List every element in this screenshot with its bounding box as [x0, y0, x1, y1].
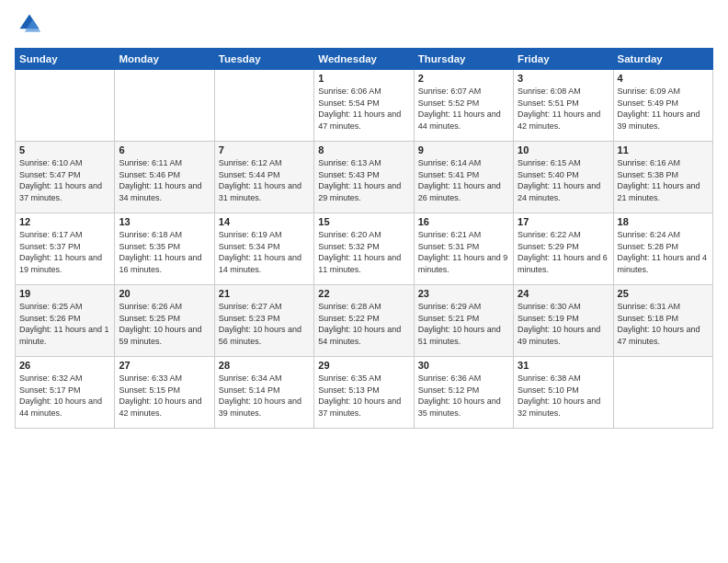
week-row-1: 1Sunrise: 6:06 AMSunset: 5:54 PMDaylight…: [16, 70, 713, 142]
calendar-cell: 12Sunrise: 6:17 AMSunset: 5:37 PMDayligh…: [16, 213, 115, 285]
calendar-cell: [613, 357, 712, 429]
calendar-cell: 15Sunrise: 6:20 AMSunset: 5:32 PMDayligh…: [314, 213, 414, 285]
day-number: 27: [119, 360, 210, 371]
calendar-cell: 16Sunrise: 6:21 AMSunset: 5:31 PMDayligh…: [414, 213, 513, 285]
calendar-cell: 6Sunrise: 6:11 AMSunset: 5:46 PMDaylight…: [115, 142, 214, 213]
day-number: 11: [618, 144, 709, 155]
calendar-cell: 7Sunrise: 6:12 AMSunset: 5:44 PMDaylight…: [214, 142, 313, 213]
day-number: 18: [618, 216, 709, 227]
calendar-cell: 11Sunrise: 6:16 AMSunset: 5:38 PMDayligh…: [613, 142, 712, 213]
day-number: 31: [518, 360, 609, 371]
calendar-cell: 14Sunrise: 6:19 AMSunset: 5:34 PMDayligh…: [214, 213, 313, 285]
day-info: Sunrise: 6:15 AMSunset: 5:40 PMDaylight:…: [518, 157, 609, 203]
day-number: 17: [518, 216, 609, 227]
calendar-cell: 30Sunrise: 6:36 AMSunset: 5:12 PMDayligh…: [414, 357, 513, 429]
weekday-header-friday: Friday: [514, 49, 613, 70]
day-info: Sunrise: 6:11 AMSunset: 5:46 PMDaylight:…: [119, 157, 210, 203]
day-number: 26: [19, 360, 110, 371]
day-number: 19: [19, 288, 110, 299]
calendar-cell: 8Sunrise: 6:13 AMSunset: 5:43 PMDaylight…: [314, 142, 414, 213]
weekday-header-wednesday: Wednesday: [314, 49, 414, 70]
day-info: Sunrise: 6:34 AMSunset: 5:14 PMDaylight:…: [219, 373, 310, 419]
calendar-cell: [16, 70, 115, 142]
day-number: 28: [219, 360, 310, 371]
week-row-2: 5Sunrise: 6:10 AMSunset: 5:47 PMDaylight…: [16, 142, 713, 213]
calendar-cell: 3Sunrise: 6:08 AMSunset: 5:51 PMDaylight…: [514, 70, 613, 142]
day-info: Sunrise: 6:36 AMSunset: 5:12 PMDaylight:…: [418, 373, 509, 419]
calendar-cell: 27Sunrise: 6:33 AMSunset: 5:15 PMDayligh…: [115, 357, 214, 429]
calendar-cell: 10Sunrise: 6:15 AMSunset: 5:40 PMDayligh…: [514, 142, 613, 213]
logo: [15, 11, 42, 40]
day-number: 6: [119, 144, 210, 155]
calendar-cell: 5Sunrise: 6:10 AMSunset: 5:47 PMDaylight…: [16, 142, 115, 213]
calendar-cell: 21Sunrise: 6:27 AMSunset: 5:23 PMDayligh…: [214, 285, 313, 357]
day-number: 2: [418, 73, 509, 84]
day-number: 24: [518, 288, 609, 299]
day-number: 29: [318, 360, 409, 371]
calendar-cell: 28Sunrise: 6:34 AMSunset: 5:14 PMDayligh…: [214, 357, 313, 429]
day-info: Sunrise: 6:38 AMSunset: 5:10 PMDaylight:…: [518, 373, 609, 419]
day-info: Sunrise: 6:31 AMSunset: 5:18 PMDaylight:…: [618, 301, 709, 347]
day-number: 8: [318, 144, 409, 155]
day-number: 5: [19, 144, 110, 155]
day-number: 3: [518, 73, 609, 84]
day-info: Sunrise: 6:09 AMSunset: 5:49 PMDaylight:…: [618, 86, 709, 132]
day-info: Sunrise: 6:18 AMSunset: 5:35 PMDaylight:…: [119, 229, 210, 275]
day-info: Sunrise: 6:22 AMSunset: 5:29 PMDaylight:…: [518, 229, 609, 275]
day-info: Sunrise: 6:17 AMSunset: 5:37 PMDaylight:…: [19, 229, 110, 275]
calendar-cell: 26Sunrise: 6:32 AMSunset: 5:17 PMDayligh…: [16, 357, 115, 429]
calendar-cell: 29Sunrise: 6:35 AMSunset: 5:13 PMDayligh…: [314, 357, 414, 429]
day-info: Sunrise: 6:33 AMSunset: 5:15 PMDaylight:…: [119, 373, 210, 419]
day-number: 21: [219, 288, 310, 299]
day-info: Sunrise: 6:10 AMSunset: 5:47 PMDaylight:…: [19, 157, 110, 203]
calendar-cell: 25Sunrise: 6:31 AMSunset: 5:18 PMDayligh…: [613, 285, 712, 357]
weekday-header-monday: Monday: [115, 49, 214, 70]
calendar-cell: 20Sunrise: 6:26 AMSunset: 5:25 PMDayligh…: [115, 285, 214, 357]
day-info: Sunrise: 6:21 AMSunset: 5:31 PMDaylight:…: [418, 229, 509, 275]
day-number: 14: [219, 216, 310, 227]
day-number: 20: [119, 288, 210, 299]
logo-icon: [17, 11, 42, 37]
day-number: 30: [418, 360, 509, 371]
weekday-header-thursday: Thursday: [414, 49, 513, 70]
day-info: Sunrise: 6:27 AMSunset: 5:23 PMDaylight:…: [219, 301, 310, 347]
week-row-5: 26Sunrise: 6:32 AMSunset: 5:17 PMDayligh…: [16, 357, 713, 429]
calendar-cell: 13Sunrise: 6:18 AMSunset: 5:35 PMDayligh…: [115, 213, 214, 285]
calendar-cell: 18Sunrise: 6:24 AMSunset: 5:28 PMDayligh…: [613, 213, 712, 285]
day-info: Sunrise: 6:06 AMSunset: 5:54 PMDaylight:…: [318, 86, 409, 132]
calendar-cell: 1Sunrise: 6:06 AMSunset: 5:54 PMDaylight…: [314, 70, 414, 142]
calendar-cell: 17Sunrise: 6:22 AMSunset: 5:29 PMDayligh…: [514, 213, 613, 285]
calendar-cell: [115, 70, 214, 142]
day-number: 25: [618, 288, 709, 299]
page: SundayMondayTuesdayWednesdayThursdayFrid…: [0, 0, 728, 563]
day-info: Sunrise: 6:28 AMSunset: 5:22 PMDaylight:…: [318, 301, 409, 347]
calendar: SundayMondayTuesdayWednesdayThursdayFrid…: [15, 48, 713, 429]
calendar-cell: 22Sunrise: 6:28 AMSunset: 5:22 PMDayligh…: [314, 285, 414, 357]
day-info: Sunrise: 6:20 AMSunset: 5:32 PMDaylight:…: [318, 229, 409, 275]
day-number: 13: [119, 216, 210, 227]
day-info: Sunrise: 6:19 AMSunset: 5:34 PMDaylight:…: [219, 229, 310, 275]
day-number: 9: [418, 144, 509, 155]
weekday-header-saturday: Saturday: [613, 49, 712, 70]
calendar-cell: 31Sunrise: 6:38 AMSunset: 5:10 PMDayligh…: [514, 357, 613, 429]
calendar-cell: 23Sunrise: 6:29 AMSunset: 5:21 PMDayligh…: [414, 285, 513, 357]
header: [15, 11, 713, 40]
weekday-header-row: SundayMondayTuesdayWednesdayThursdayFrid…: [16, 49, 713, 70]
day-info: Sunrise: 6:29 AMSunset: 5:21 PMDaylight:…: [418, 301, 509, 347]
calendar-cell: 2Sunrise: 6:07 AMSunset: 5:52 PMDaylight…: [414, 70, 513, 142]
day-info: Sunrise: 6:26 AMSunset: 5:25 PMDaylight:…: [119, 301, 210, 347]
day-number: 10: [518, 144, 609, 155]
day-number: 7: [219, 144, 310, 155]
day-number: 22: [318, 288, 409, 299]
week-row-4: 19Sunrise: 6:25 AMSunset: 5:26 PMDayligh…: [16, 285, 713, 357]
day-info: Sunrise: 6:08 AMSunset: 5:51 PMDaylight:…: [518, 86, 609, 132]
weekday-header-tuesday: Tuesday: [214, 49, 313, 70]
day-info: Sunrise: 6:25 AMSunset: 5:26 PMDaylight:…: [19, 301, 110, 347]
day-number: 12: [19, 216, 110, 227]
day-info: Sunrise: 6:24 AMSunset: 5:28 PMDaylight:…: [618, 229, 709, 275]
calendar-cell: 4Sunrise: 6:09 AMSunset: 5:49 PMDaylight…: [613, 70, 712, 142]
day-info: Sunrise: 6:12 AMSunset: 5:44 PMDaylight:…: [219, 157, 310, 203]
calendar-cell: 19Sunrise: 6:25 AMSunset: 5:26 PMDayligh…: [16, 285, 115, 357]
day-info: Sunrise: 6:35 AMSunset: 5:13 PMDaylight:…: [318, 373, 409, 419]
day-info: Sunrise: 6:16 AMSunset: 5:38 PMDaylight:…: [618, 157, 709, 203]
